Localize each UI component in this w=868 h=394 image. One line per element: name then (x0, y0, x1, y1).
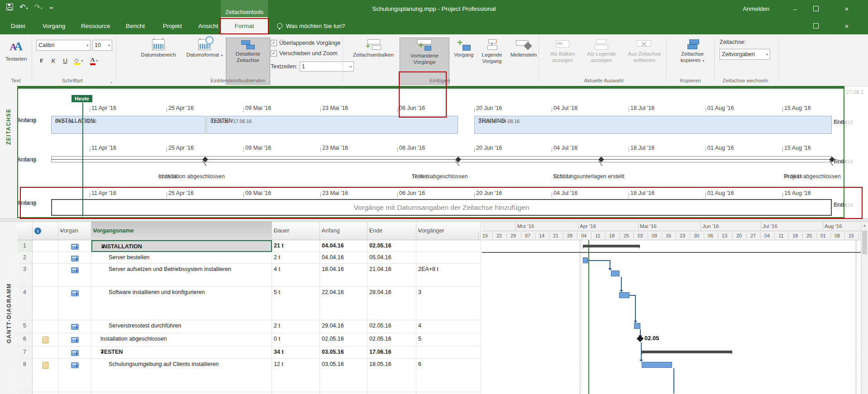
table-cell-dauer[interactable]: 0 t (272, 333, 320, 347)
table-cell-num[interactable]: 1 (17, 240, 33, 252)
table-cell-anfang[interactable]: 03.05.16 (320, 359, 367, 392)
table-cell-vorg[interactable] (416, 347, 481, 359)
gantt-task-bar[interactable] (634, 323, 640, 329)
table-cell-anfang[interactable]: 04.04.16 (320, 252, 367, 264)
table-cell-vorg[interactable]: 3 (416, 287, 481, 320)
table-cell-name[interactable]: ◢TESTEN (91, 347, 272, 359)
table-cell-mode[interactable] (58, 287, 91, 320)
table-cell-ende[interactable]: 02.05.16 (367, 240, 416, 252)
table-cell-dauer[interactable]: 21 t (272, 240, 320, 252)
gantt-task-bar[interactable] (611, 271, 620, 276)
table-cell-num[interactable]: 6 (17, 333, 33, 347)
table-cell-vorg[interactable] (416, 392, 481, 394)
scrollbar-thumb[interactable] (862, 231, 867, 254)
table-cell-info[interactable] (33, 264, 58, 287)
table-cell-info[interactable] (33, 333, 58, 347)
table-cell-mode[interactable] (58, 333, 91, 347)
table-cell-ende[interactable]: 17.06.16 (367, 347, 416, 359)
table-cell-info[interactable] (33, 240, 58, 252)
gantt-task-bar[interactable] (619, 292, 630, 298)
table-cell-vorg[interactable]: 5 (416, 333, 481, 347)
table-cell-mode[interactable] (58, 347, 91, 359)
table-cell-info[interactable] (33, 347, 58, 359)
table-cell-ende[interactable]: 02.05.16 (367, 320, 416, 333)
column-header-vorg[interactable]: Vorgänger▾ (416, 222, 481, 240)
column-header-name[interactable]: Vorgangsname▾ (91, 222, 272, 240)
table-cell-vorg[interactable] (416, 252, 481, 264)
table-cell-name[interactable]: Server bestellen (91, 252, 272, 264)
table-cell-num[interactable]: 3 (17, 264, 33, 287)
column-header-anfang[interactable]: Anfang▾ (320, 222, 367, 240)
gantt-task-bar[interactable] (642, 362, 672, 368)
table-cell-name[interactable]: ◢INSTALLATION (91, 240, 272, 252)
scroll-up-icon[interactable]: ▲ (861, 222, 868, 229)
table-cell-num[interactable]: 4 (17, 287, 33, 320)
timeline-add-tasks-bar[interactable]: Vorgänge mit Datumsangaben der Zeitachse… (51, 199, 832, 216)
column-header-num[interactable] (17, 222, 33, 240)
collapse-triangle-icon[interactable]: ◢ (101, 244, 104, 248)
table-cell-mode[interactable] (58, 392, 91, 394)
filter-arrow-icon[interactable]: ▾ (369, 229, 371, 233)
gantt-task-bar[interactable] (583, 257, 588, 263)
table-cell-anfang[interactable]: 29.04.16 (320, 320, 367, 333)
table-cell-name[interactable]: Schulungsumgebung auf Clients installier… (91, 359, 272, 392)
filter-arrow-icon[interactable]: ▾ (93, 229, 95, 233)
table-cell-anfang[interactable]: 18.04.16 (320, 264, 367, 287)
table-cell-anfang[interactable]: 03.05.16 (320, 347, 367, 359)
filter-arrow-icon[interactable]: ▾ (60, 229, 62, 233)
table-cell-mode[interactable] (58, 359, 91, 392)
pane-splitter[interactable] (0, 218, 868, 222)
table-cell-anfang[interactable]: 22.04.16 (320, 287, 367, 320)
table-cell-vorg[interactable]: 4 (416, 320, 481, 333)
column-header-mode[interactable]: Vorgan▾ (58, 222, 91, 240)
table-cell-info[interactable] (33, 252, 58, 264)
table-cell-info[interactable] (33, 392, 58, 394)
column-header-ende[interactable]: Ende▾ (367, 222, 416, 240)
table-cell-name[interactable] (91, 392, 272, 394)
table-cell-info[interactable] (33, 320, 58, 333)
table-cell-num[interactable]: 9 (17, 392, 33, 394)
table-cell-num[interactable]: 7 (17, 347, 33, 359)
table-cell-dauer[interactable]: 5 t (272, 287, 320, 320)
column-header-info[interactable]: i (33, 222, 58, 240)
table-cell-ende[interactable]: 21.04.16 (367, 264, 416, 287)
table-cell-name[interactable]: Software installieren und konfigurieren (91, 287, 272, 320)
table-cell-mode[interactable] (58, 240, 91, 252)
table-cell-vorg[interactable]: 6 (416, 359, 481, 392)
table-cell-num[interactable]: 8 (17, 359, 33, 392)
timeline-bar-installation[interactable]: INSTALLATION04.04.16 - 02.05.16 (51, 116, 205, 134)
table-cell-info[interactable] (33, 287, 58, 320)
gantt-summary-bar[interactable] (642, 351, 732, 353)
table-cell-ende[interactable]: 02.05.16 (367, 333, 416, 347)
table-cell-anfang[interactable]: 04.04.16 (320, 240, 367, 252)
collapse-triangle-icon[interactable]: ◢ (100, 350, 103, 354)
filter-arrow-icon[interactable]: ▾ (274, 229, 276, 233)
table-cell-name[interactable]: Server aufsetzen und Betriebssystem inst… (91, 264, 272, 287)
table-cell-dauer[interactable]: 2 t (272, 252, 320, 264)
gantt-milestone-diamond[interactable] (637, 335, 644, 342)
table-cell-ende[interactable]: 28.04.16 (367, 287, 416, 320)
table-cell-anfang[interactable] (320, 392, 367, 394)
filter-arrow-icon[interactable]: ▾ (322, 229, 324, 233)
gantt-summary-bar[interactable] (583, 245, 640, 247)
table-cell-num[interactable]: 5 (17, 320, 33, 333)
table-cell-ende[interactable]: 18.05.16 (367, 359, 416, 392)
table-cell-vorg[interactable]: 2EA+8 t (416, 264, 481, 287)
table-cell-mode[interactable] (58, 252, 91, 264)
vertical-scrollbar[interactable]: ▲ (861, 222, 868, 394)
table-cell-mode[interactable] (58, 320, 91, 333)
table-cell-dauer[interactable] (272, 392, 320, 394)
table-cell-ende[interactable] (367, 392, 416, 394)
timeline-bar-testen[interactable]: TESTEN03.05.16 - 17.06.16 (206, 116, 458, 134)
table-cell-vorg[interactable] (416, 240, 481, 252)
table-cell-dauer[interactable]: 4 t (272, 264, 320, 287)
table-cell-ende[interactable]: 05.04.16 (367, 252, 416, 264)
table-cell-num[interactable]: 2 (17, 252, 33, 264)
table-cell-name[interactable]: Serverstresstest durchführen (91, 320, 272, 333)
filter-arrow-icon[interactable]: ▾ (418, 229, 420, 233)
table-cell-dauer[interactable]: 12 t (272, 359, 320, 392)
column-header-dauer[interactable]: Dauer▾ (272, 222, 320, 240)
table-cell-info[interactable] (33, 359, 58, 392)
table-cell-mode[interactable] (58, 264, 91, 287)
table-cell-name[interactable]: Installation abgeschlossen (91, 333, 272, 347)
